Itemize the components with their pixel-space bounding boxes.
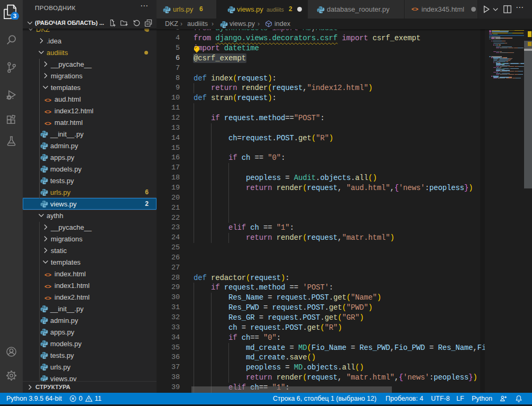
svg-text:3: 3: [13, 13, 16, 19]
